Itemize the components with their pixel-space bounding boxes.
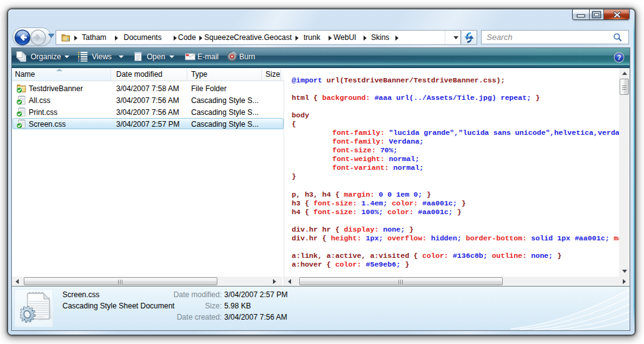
svg-text:?: ? bbox=[617, 54, 622, 61]
